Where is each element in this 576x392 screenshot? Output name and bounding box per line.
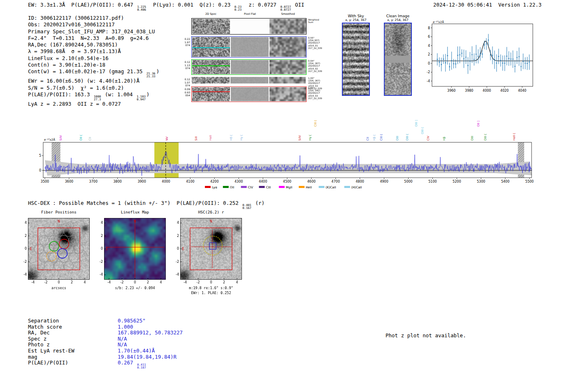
stacked-uncertainty: 0.4010.167	[242, 204, 251, 209]
emission-line-label: OIII	[471, 136, 474, 141]
data-point	[463, 58, 465, 60]
data-point	[476, 53, 477, 55]
match-row: Photo zN/A	[28, 341, 127, 348]
info-line: P(LAE)/P(OII): 163.3 100027.3 (w: 1.004 …	[28, 91, 159, 101]
x-tick-label: 4600	[307, 180, 316, 183]
legend-label: (K)CaII	[326, 186, 336, 189]
data-point	[518, 56, 520, 58]
x-tick-label: 3900	[137, 180, 146, 183]
spec2d-row-right-labels: 0.94" (254, 367) 20200217 v016_02 317_LU…	[308, 60, 334, 72]
fiber-circle	[44, 244, 53, 253]
x-tick-label: 0	[207, 281, 215, 284]
fiber-circle	[54, 261, 63, 271]
data-point	[502, 63, 504, 64]
north-label: N	[58, 220, 60, 223]
stacked-uncertainty: 21.3621.33	[146, 72, 156, 78]
pixelflat-strip	[231, 60, 269, 74]
east-label: E	[30, 247, 32, 251]
match-value: 167.889912, 50.783227	[118, 329, 183, 336]
y-tick-label: 0	[428, 62, 430, 65]
fiber-circle	[34, 244, 44, 253]
x-tick-label: 5100	[428, 180, 437, 183]
x-tick-label: 4040	[518, 89, 526, 93]
data-point	[482, 53, 483, 55]
legend-label: (H)CaII	[351, 186, 362, 189]
match-row: Separation0.985625"	[28, 318, 146, 324]
match-row: Spec zN/A	[28, 336, 127, 342]
smoothed-strip	[269, 37, 306, 57]
x-tick-label: -4	[29, 281, 37, 284]
cutout2d-col-title: 2D Spec	[191, 12, 230, 16]
data-point	[457, 55, 458, 56]
north-label: N	[210, 220, 212, 223]
y-tick-label: -4	[97, 273, 103, 276]
data-point	[478, 56, 479, 57]
info-line: Primary Spec_Slot_IFU_AMP: 317_024_038_L…	[28, 28, 159, 35]
y-tick-label: 4	[173, 221, 179, 225]
data-point	[469, 60, 471, 62]
hsc-overlay: NE	[180, 218, 242, 280]
cutout-caption: EWr: 1. PLAE: 0.252	[180, 291, 242, 295]
data-point	[441, 64, 442, 65]
x-tick-label: -4	[181, 281, 189, 284]
data-point	[474, 59, 475, 60]
stacked-uncertainty: 0.07270.0727	[280, 5, 291, 11]
cutout-caption: s/b: 2.23 +/- 0.094	[104, 286, 166, 290]
data-point	[484, 44, 485, 46]
info-line: Obs: 20200217v016_3006122117	[28, 21, 159, 28]
data-point	[445, 62, 446, 63]
x-tick-label: 4800	[356, 180, 364, 183]
data-point	[496, 63, 497, 64]
pixelflat-strip	[231, 87, 269, 101]
emission-line-label: CIII (	[314, 120, 317, 127]
fiber-circle	[69, 235, 79, 245]
legend-label: CIII	[266, 186, 271, 189]
y-tick-label: 2	[428, 53, 430, 56]
x-tick-label: 4400	[259, 180, 267, 183]
data-point	[492, 55, 493, 56]
legend-swatch	[259, 186, 265, 188]
cutout-title: Fiber Positions	[28, 210, 90, 214]
cutout2d-col-title: Smoothed	[269, 12, 307, 16]
match-row: RA, Dec167.889912, 50.783227	[28, 329, 183, 336]
legend-label: CIV	[248, 186, 253, 189]
data-point	[447, 55, 448, 56]
legend-swatch	[344, 186, 350, 188]
spec2d-row	[191, 18, 307, 35]
cutout-caption: m:19.8 re:1.6" s:0.9"	[180, 286, 242, 290]
data-point	[500, 60, 502, 61]
x-tick-label: 4100	[186, 180, 194, 183]
data-point	[451, 60, 452, 61]
fiber-circle	[39, 235, 49, 245]
x-tick-label: 0	[55, 281, 63, 284]
data-point	[471, 54, 473, 56]
match-value: N/A	[118, 341, 127, 348]
y-tick-label: -2	[21, 260, 27, 264]
x-tick-label: 4700	[332, 180, 340, 183]
y-tick-label: -4	[427, 79, 430, 83]
legend-swatch	[279, 186, 285, 188]
x-tick-label: 4300	[235, 180, 243, 183]
match-row: Match score1.000	[28, 324, 133, 330]
x-tick-label: 5200	[453, 180, 461, 183]
cutout-box	[181, 218, 242, 280]
fiber-circle	[44, 261, 53, 271]
spec2d-row-right-labels: 0.56" (254,367) 20200217 v016_01 317_LU_…	[308, 37, 334, 49]
spec2d-strip	[192, 37, 230, 57]
with-sky-panel: With Sky x, y: 254, 367	[341, 14, 371, 96]
x-tick-label: 5000	[404, 180, 412, 183]
x-tick-label: 4	[81, 281, 89, 284]
x-tick-label: 5400	[501, 180, 509, 183]
data-point	[529, 62, 530, 63]
data-point	[516, 57, 518, 58]
spec2d-cutout-grid: 2D SpecPixel FlatSmoothedWeighted Sum0.2…	[191, 12, 307, 106]
emission-line-label: SiIV	[298, 135, 302, 141]
emission-line-label: CIV	[427, 136, 430, 141]
x-tick-label: -2	[194, 281, 202, 284]
spec2d-row-right-labels: Weighted Sum	[308, 19, 334, 23]
data-point	[486, 44, 487, 45]
match-value: 0.985625"	[118, 318, 146, 324]
cutout-panel-hsc: HSC(26.2) rNE-4-2024-4-2024m:19.8 re:1.6…	[180, 210, 242, 300]
emission-line-label: Hβ	[443, 137, 446, 141]
y-tick-label: 0	[97, 247, 103, 251]
